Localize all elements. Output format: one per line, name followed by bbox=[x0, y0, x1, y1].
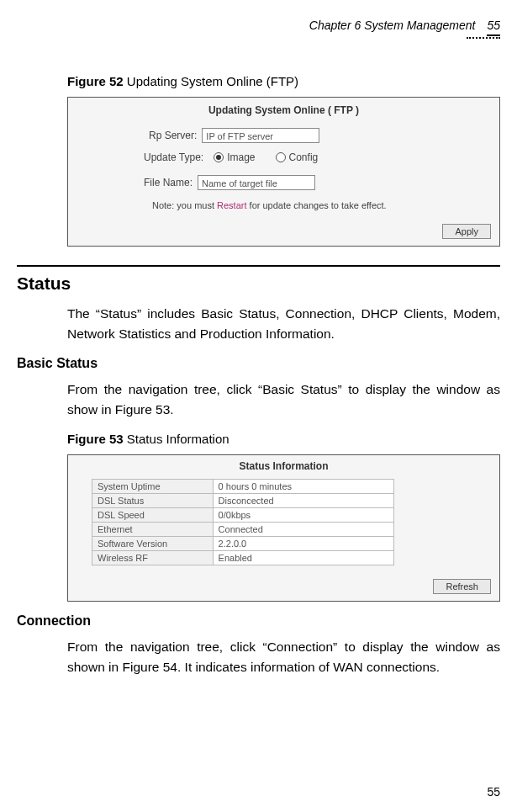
table-label: DSL Speed bbox=[92, 508, 214, 523]
figure-53-label: Figure 53 bbox=[67, 432, 124, 446]
table-label: DSL Status bbox=[92, 494, 214, 508]
apply-button[interactable]: Apply bbox=[442, 224, 491, 239]
table-row: DSL StatusDisconcected bbox=[92, 494, 394, 508]
connection-heading: Connection bbox=[17, 613, 500, 629]
refresh-button[interactable]: Refresh bbox=[433, 579, 491, 594]
figure-52-label: Figure 52 bbox=[67, 74, 124, 88]
page-number-bottom: 55 bbox=[487, 785, 500, 799]
radio-config[interactable]: Config bbox=[276, 151, 319, 163]
section-divider bbox=[17, 265, 500, 267]
header-dotted-rule bbox=[467, 37, 500, 39]
note-keyword: Restart bbox=[217, 200, 246, 210]
table-label: Software Version bbox=[92, 537, 214, 551]
update-type-row: Update Type: Image Config bbox=[144, 151, 318, 163]
ftp-server-row: Rp Server: IP of FTP server bbox=[149, 128, 319, 143]
basic-status-text: From the navigation tree, click “Basic S… bbox=[67, 379, 500, 420]
ftp-server-input[interactable]: IP of FTP server bbox=[202, 128, 319, 143]
update-type-label: Update Type: bbox=[144, 151, 203, 163]
ftp-server-label: Rp Server: bbox=[149, 130, 197, 141]
radio-config-dot bbox=[276, 152, 286, 162]
note-suffix: for update changes to take effect. bbox=[247, 200, 387, 210]
note-prefix: Note: you must bbox=[152, 200, 217, 210]
figure-53-caption: Figure 53 Status Information bbox=[67, 432, 500, 446]
table-label: System Uptime bbox=[92, 480, 214, 494]
status-info-table: System Uptime0 hours 0 minutes DSL Statu… bbox=[92, 479, 394, 565]
table-value: 0 hours 0 minutes bbox=[213, 480, 393, 494]
table-row: Wireless RFEnabled bbox=[92, 551, 394, 565]
table-row: System Uptime0 hours 0 minutes bbox=[92, 480, 394, 494]
connection-text: From the navigation tree, click “Connect… bbox=[67, 637, 500, 677]
table-row: DSL Speed0/0kbps bbox=[92, 508, 394, 523]
figure-53-panel: Status Information System Uptime0 hours … bbox=[67, 454, 500, 602]
table-row: Software Version2.2.0.0 bbox=[92, 537, 394, 551]
file-name-row: File Name: Name of target file bbox=[144, 175, 315, 190]
figure-52-panel: Updating System Online ( FTP ) Rp Server… bbox=[67, 97, 500, 247]
file-name-input[interactable]: Name of target file bbox=[198, 175, 315, 190]
radio-image-dot bbox=[214, 152, 224, 162]
page-header: Chapter 6 System Management 55 bbox=[309, 19, 500, 36]
page-number-top: 55 bbox=[487, 19, 500, 36]
status-intro: The “Status” includes Basic Status, Conn… bbox=[67, 304, 500, 344]
status-heading: Status bbox=[17, 273, 500, 294]
table-value: Enabled bbox=[213, 551, 393, 565]
table-value: Disconcected bbox=[213, 494, 393, 508]
table-label: Ethernet bbox=[92, 523, 214, 537]
table-row: EthernetConnected bbox=[92, 523, 394, 537]
figure-52-panel-title: Updating System Online ( FTP ) bbox=[68, 104, 499, 116]
figure-52-caption-text: Updating System Online (FTP) bbox=[127, 74, 298, 88]
table-value: 0/0kbps bbox=[213, 508, 393, 523]
figure-52-note: Note: you must Restart for update change… bbox=[152, 200, 387, 210]
file-name-label: File Name: bbox=[144, 177, 193, 188]
radio-image-label: Image bbox=[227, 151, 255, 163]
figure-52-caption: Figure 52 Updating System Online (FTP) bbox=[67, 74, 500, 88]
table-label: Wireless RF bbox=[92, 551, 214, 565]
radio-config-label: Config bbox=[289, 151, 319, 163]
figure-53-panel-title: Status Information bbox=[68, 460, 499, 472]
chapter-label: Chapter 6 System Management bbox=[309, 19, 476, 32]
basic-status-heading: Basic Status bbox=[17, 356, 500, 371]
figure-53-caption-text: Status Information bbox=[127, 432, 229, 446]
table-value: 2.2.0.0 bbox=[213, 537, 393, 551]
radio-image[interactable]: Image bbox=[214, 151, 255, 163]
table-value: Connected bbox=[213, 523, 393, 537]
